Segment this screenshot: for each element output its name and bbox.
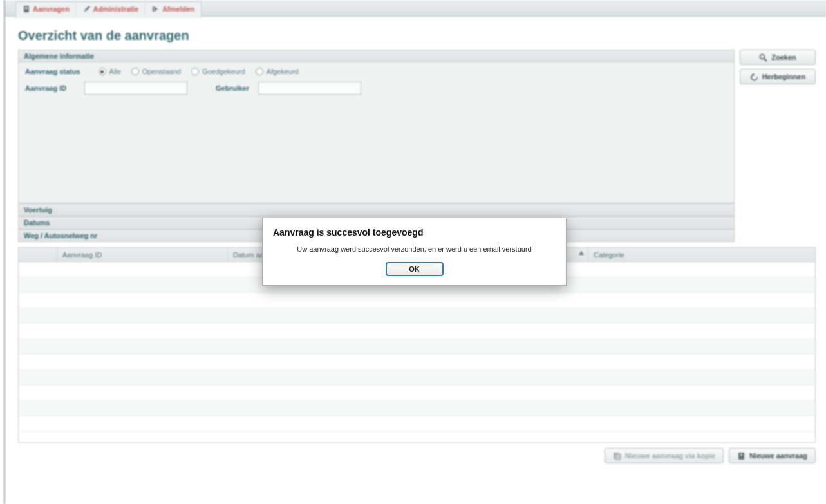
input-gebruiker[interactable]	[258, 82, 361, 95]
new-document-icon	[737, 452, 746, 460]
radio-status-all[interactable]: Alle	[99, 68, 121, 75]
section-general: Algemene informatie Aanvraag status Alle	[18, 50, 735, 203]
search-button[interactable]: Zoeken	[740, 50, 816, 65]
section-general-header[interactable]: Algemene informatie	[19, 50, 734, 62]
radio-label: Afgekeurd	[267, 68, 299, 75]
grid-col-id[interactable]: Aanvraag ID	[57, 248, 228, 261]
table-row	[19, 355, 815, 370]
sort-asc-icon	[579, 251, 584, 255]
table-row	[19, 339, 815, 355]
new-request-button[interactable]: Nieuwe aanvraag	[729, 448, 816, 463]
button-label: Nieuwe aanvraag via kopie	[625, 452, 715, 460]
button-label: OK	[409, 265, 420, 273]
label-status: Aanvraag status	[25, 68, 80, 75]
logout-icon	[152, 5, 160, 13]
tab-label: Aanvragen	[33, 5, 70, 13]
radio-label: Openstaand	[142, 68, 181, 75]
section-vehicle: Voertuig	[18, 203, 735, 216]
svg-rect-3	[153, 6, 154, 12]
table-row	[19, 401, 815, 416]
tab-afmelden[interactable]: Afmelden	[145, 2, 201, 16]
input-aanvraag-id[interactable]	[84, 82, 187, 95]
section-vehicle-header[interactable]: Voertuig	[19, 203, 734, 216]
pencil-icon	[83, 5, 91, 13]
svg-rect-7	[615, 454, 621, 460]
table-row	[19, 324, 815, 339]
modal-title: Aanvraag is succesvol toegevoegd	[263, 218, 566, 241]
svg-point-4	[760, 54, 765, 59]
radio-group-status: Alle Openstaand Goedgekeurd	[99, 68, 299, 75]
grid-col-category[interactable]: Categorie	[588, 248, 815, 261]
label-gebruiker: Gebruiker	[216, 84, 249, 92]
tab-aanvragen[interactable]: Aanvragen	[16, 2, 77, 16]
radio-status-rejected[interactable]: Afgekeurd	[256, 68, 299, 75]
tab-label: Administratie	[93, 5, 138, 13]
svg-rect-2	[25, 8, 28, 9]
radio-status-approved[interactable]: Goedgekeurd	[191, 68, 245, 75]
new-request-copy-button[interactable]: Nieuwe aanvraag via kopie	[605, 448, 724, 463]
radio-label: Alle	[109, 68, 121, 75]
modal-ok-button[interactable]: OK	[386, 262, 444, 276]
radio-status-open[interactable]: Openstaand	[131, 68, 181, 75]
label-aanvraag-id: Aanvraag ID	[25, 84, 75, 92]
grid-col-spacer[interactable]	[19, 248, 57, 261]
button-label: Herbeginnen	[762, 73, 805, 80]
tab-administratie[interactable]: Administratie	[77, 2, 145, 16]
svg-rect-10	[741, 454, 742, 456]
reset-button[interactable]: Herbeginnen	[740, 69, 816, 84]
table-row	[19, 416, 815, 432]
undo-icon	[750, 73, 758, 81]
table-row	[19, 293, 815, 308]
top-tab-bar: Aanvragen Administratie Afmelden	[5, 0, 826, 17]
svg-line-5	[764, 59, 767, 61]
button-label: Nieuwe aanvraag	[749, 452, 807, 460]
modal-body: Uw aanvraag werd succesvol verzonden, en…	[263, 241, 566, 262]
page-title: Overzicht van de aanvragen	[18, 28, 816, 43]
table-row	[19, 308, 815, 324]
radio-label: Goedgekeurd	[202, 68, 245, 75]
document-icon	[23, 5, 30, 13]
success-modal: Aanvraag is succesvol toegevoegd Uw aanv…	[262, 218, 567, 286]
tab-label: Afmelden	[162, 5, 194, 13]
svg-rect-8	[738, 453, 744, 460]
search-icon	[759, 53, 767, 62]
table-row	[19, 386, 815, 401]
button-label: Zoeken	[771, 53, 796, 61]
svg-rect-1	[25, 7, 28, 8]
table-row	[19, 370, 815, 386]
grid-body[interactable]	[19, 262, 815, 442]
copy-icon	[613, 452, 621, 460]
